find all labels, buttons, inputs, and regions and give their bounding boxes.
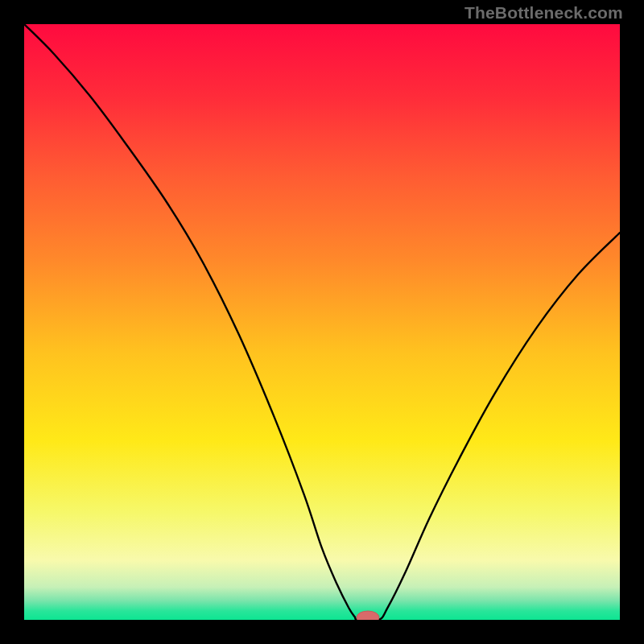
chart-svg [24,24,620,620]
plot-area [24,24,620,620]
gradient-background [24,24,620,620]
watermark-text: TheBottleneck.com [464,3,623,23]
chart-frame: TheBottleneck.com [0,0,644,644]
